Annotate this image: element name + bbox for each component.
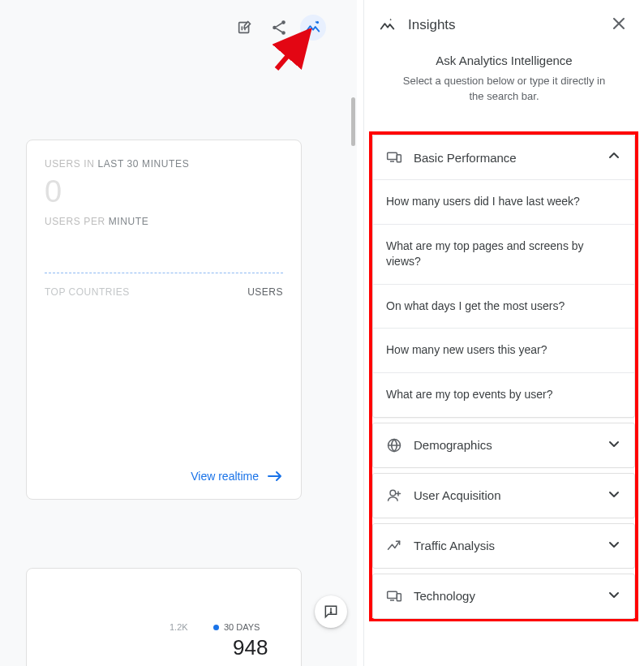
col-top-countries: TOP COUNTRIES	[45, 286, 130, 298]
devices-icon	[386, 149, 402, 165]
category-title: User Acquisition	[414, 488, 595, 502]
category-title: Demographics	[414, 438, 595, 452]
chart-legend: 30 DAYS	[213, 622, 260, 632]
globe-icon	[386, 437, 402, 453]
legend-dot-icon	[213, 625, 219, 630]
devices-icon	[386, 588, 402, 604]
intro-heading: Ask Analytics Intelligence	[397, 54, 612, 67]
panel-title: Insights	[408, 17, 597, 33]
category-header-demographics[interactable]: Demographics	[373, 423, 634, 467]
categories: Basic Performance How many users did I h…	[369, 131, 638, 621]
chevron-down-icon	[607, 487, 621, 505]
category-user-acquisition: User Acquisition	[372, 473, 635, 518]
chevron-down-icon	[607, 587, 621, 605]
question-item[interactable]: On what days I get the most users?	[373, 284, 634, 329]
trend-card: 1.2K 30 DAYS 948 1K	[26, 568, 302, 666]
share-button[interactable]	[266, 15, 292, 41]
category-header-technology[interactable]: Technology	[373, 574, 634, 618]
toolbar	[232, 15, 326, 41]
svg-point-4	[317, 22, 318, 23]
customize-report-button[interactable]	[232, 15, 258, 41]
svg-rect-13	[388, 591, 397, 598]
person-add-icon	[386, 488, 402, 504]
svg-rect-14	[397, 593, 401, 600]
panel-header: Insights	[364, 0, 644, 49]
question-item[interactable]: How many new users this year?	[373, 328, 634, 372]
close-icon	[612, 16, 626, 31]
question-item[interactable]: How many users did I have last week?	[373, 179, 634, 224]
feedback-button[interactable]	[315, 595, 347, 628]
col-users: USERS	[247, 286, 283, 298]
view-realtime-link[interactable]: View realtime	[191, 470, 283, 483]
chart-y-max: 1.2K	[170, 622, 188, 632]
trending-icon	[386, 538, 402, 554]
category-basic-performance: Basic Performance How many users did I h…	[372, 135, 635, 418]
insights-button[interactable]	[300, 15, 326, 41]
close-button[interactable]	[608, 13, 629, 37]
intro: Ask Analytics Intelligence Select a ques…	[364, 49, 644, 119]
users-per-minute-label: USERS PER MINUTE	[45, 216, 283, 227]
chart-value: 948	[233, 635, 268, 660]
chevron-down-icon	[607, 537, 621, 555]
svg-rect-9	[388, 153, 397, 159]
left-panel: USERS IN LAST 30 MINUTES 0 USERS PER MIN…	[0, 0, 357, 666]
realtime-table-header: TOP COUNTRIES USERS	[45, 286, 283, 298]
insights-icon	[379, 16, 397, 34]
scrollbar[interactable]	[351, 97, 355, 146]
insights-panel: Insights Ask Analytics Intelligence Sele…	[363, 0, 644, 666]
category-title: Traffic Analysis	[414, 539, 595, 552]
realtime-card: USERS IN LAST 30 MINUTES 0 USERS PER MIN…	[26, 140, 302, 500]
users-last-30-label: USERS IN LAST 30 MINUTES	[45, 158, 283, 170]
arrow-right-icon	[267, 470, 283, 482]
category-title: Basic Performance	[414, 151, 595, 165]
svg-point-12	[390, 490, 396, 496]
category-header-user-acquisition[interactable]: User Acquisition	[373, 474, 634, 518]
chevron-down-icon	[607, 436, 621, 454]
category-technology: Technology	[372, 574, 635, 619]
svg-point-8	[330, 612, 331, 613]
users-last-30-value: 0	[45, 174, 283, 209]
question-item[interactable]: What are my top events by user?	[373, 372, 634, 417]
category-header-traffic-analysis[interactable]: Traffic Analysis	[373, 524, 634, 568]
intro-sub: Select a question below or type it direc…	[397, 74, 612, 105]
question-item[interactable]: What are my top pages and screens by vie…	[373, 224, 634, 284]
divider-line	[45, 273, 283, 273]
category-demographics: Demographics	[372, 423, 635, 468]
category-title: Technology	[414, 589, 595, 603]
chevron-up-icon	[607, 148, 621, 166]
svg-rect-10	[397, 155, 401, 162]
feedback-icon	[323, 604, 339, 620]
category-traffic-analysis: Traffic Analysis	[372, 523, 635, 569]
category-header-basic-performance[interactable]: Basic Performance	[373, 135, 634, 179]
